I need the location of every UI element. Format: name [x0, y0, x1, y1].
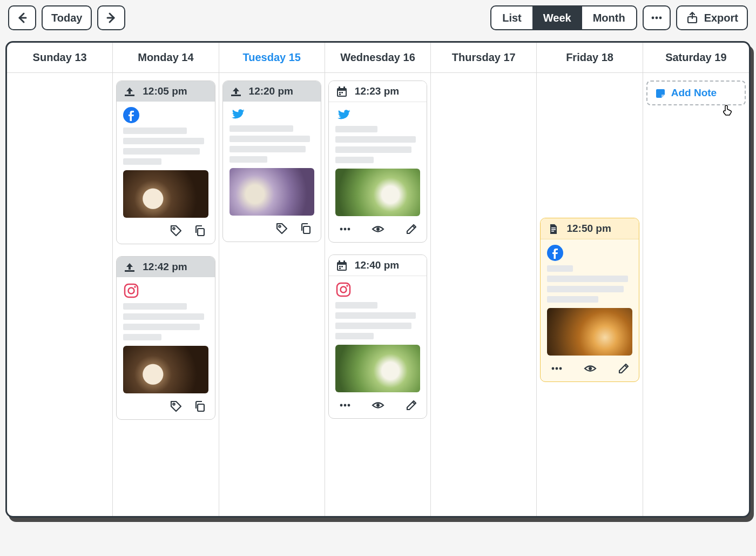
post-preview-text: [230, 125, 314, 163]
day-column-wed[interactable]: 12:23 pm: [325, 73, 431, 516]
instagram-icon: [123, 283, 208, 299]
post-card-head: 12:23 pm: [329, 81, 427, 102]
post-preview-text: [123, 303, 208, 340]
view-list-button[interactable]: List: [491, 6, 532, 29]
day-column-tue[interactable]: 12:20 pm: [219, 73, 325, 516]
post-thumbnail: [547, 308, 632, 356]
document-icon: [547, 223, 559, 235]
calendar-body: 12:05 pm: [7, 73, 749, 516]
post-thumbnail: [123, 346, 208, 393]
post-thumbnail: [335, 169, 420, 216]
post-time: 12:42 pm: [143, 261, 187, 273]
copy-icon[interactable]: [193, 224, 207, 238]
post-card[interactable]: 12:42 pm: [116, 256, 215, 420]
day-header-tue: Tuesday 15: [219, 43, 325, 73]
day-column-thu[interactable]: [431, 73, 537, 516]
tag-icon[interactable]: [170, 400, 184, 414]
view-month-button[interactable]: Month: [582, 6, 636, 29]
post-time: 12:50 pm: [566, 223, 611, 235]
day-header-thu: Thursday 17: [431, 43, 537, 73]
cursor-hand-icon: [721, 103, 734, 116]
more-button[interactable]: [643, 5, 671, 30]
copy-icon[interactable]: [299, 222, 313, 236]
tag-icon[interactable]: [170, 224, 184, 238]
more-icon: [650, 11, 663, 24]
post-card-head: 12:20 pm: [223, 81, 321, 102]
pencil-icon[interactable]: [405, 399, 419, 413]
eye-icon[interactable]: [372, 399, 386, 413]
pencil-icon[interactable]: [617, 362, 631, 376]
calendar-icon: [335, 259, 347, 271]
post-card-head: 12:50 pm: [541, 218, 638, 239]
twitter-icon: [335, 108, 420, 122]
post-preview-text: [123, 128, 208, 165]
upload-icon: [123, 261, 135, 273]
eye-icon[interactable]: [584, 362, 598, 376]
post-time: 12:40 pm: [355, 259, 399, 271]
post-card[interactable]: 12:20 pm: [222, 81, 321, 242]
view-week-button[interactable]: Week: [532, 6, 582, 29]
day-header-fri: Friday 18: [537, 43, 643, 73]
post-preview-text: [335, 126, 420, 163]
tag-icon[interactable]: [275, 222, 289, 236]
upload-icon: [123, 85, 135, 97]
copy-icon[interactable]: [193, 400, 207, 414]
pencil-icon[interactable]: [405, 223, 419, 237]
arrow-left-icon: [16, 11, 29, 24]
day-column-mon[interactable]: 12:05 pm: [113, 73, 219, 516]
post-card[interactable]: 12:40 pm: [328, 254, 427, 419]
post-time: 12:05 pm: [143, 85, 187, 97]
day-header-wed: Wednesday 16: [325, 43, 431, 73]
day-column-sat[interactable]: Add Note: [643, 73, 749, 516]
note-icon: [654, 87, 666, 99]
post-card[interactable]: 12:23 pm: [328, 81, 427, 243]
upload-icon: [230, 85, 241, 97]
post-card[interactable]: 12:05 pm: [116, 81, 215, 244]
more-icon[interactable]: [339, 223, 353, 237]
instagram-icon: [335, 282, 420, 298]
calendar-icon: [335, 85, 347, 97]
facebook-icon: [547, 245, 632, 261]
more-icon[interactable]: [550, 362, 564, 376]
export-icon: [686, 11, 699, 24]
arrow-right-icon: [105, 11, 118, 24]
twitter-icon: [230, 107, 314, 121]
post-thumbnail: [123, 170, 208, 218]
post-card-head: 12:42 pm: [117, 257, 214, 277]
today-button[interactable]: Today: [42, 5, 92, 30]
day-column-fri[interactable]: 12:50 pm: [537, 73, 643, 516]
add-note-label: Add Note: [671, 87, 717, 99]
eye-icon[interactable]: [372, 223, 386, 237]
calendar-week-view: Sunday 13 Monday 14 Tuesday 15 Wednesday…: [5, 41, 751, 518]
add-note-button[interactable]: Add Note: [646, 81, 746, 105]
day-header-mon: Monday 14: [113, 43, 219, 73]
post-card[interactable]: 12:50 pm: [540, 218, 639, 382]
post-time: 12:20 pm: [249, 85, 293, 97]
next-week-button[interactable]: [97, 5, 125, 30]
toolbar: Today List Week Month Export: [5, 5, 751, 30]
view-toggle: List Week Month: [490, 5, 637, 30]
day-header-sat: Saturday 19: [643, 43, 749, 73]
post-thumbnail: [335, 345, 420, 392]
more-icon[interactable]: [339, 399, 353, 413]
day-header-sun: Sunday 13: [7, 43, 113, 73]
export-button[interactable]: Export: [676, 5, 748, 30]
export-label: Export: [704, 12, 738, 24]
prev-week-button[interactable]: [8, 5, 36, 30]
calendar-header: Sunday 13 Monday 14 Tuesday 15 Wednesday…: [7, 43, 749, 73]
post-preview-text: [547, 265, 632, 303]
post-time: 12:23 pm: [355, 85, 399, 97]
facebook-icon: [123, 107, 208, 123]
post-thumbnail: [230, 168, 314, 216]
day-column-sun[interactable]: [7, 73, 113, 516]
post-card-head: 12:05 pm: [117, 81, 214, 102]
post-card-head: 12:40 pm: [329, 255, 427, 276]
post-preview-text: [335, 302, 420, 339]
